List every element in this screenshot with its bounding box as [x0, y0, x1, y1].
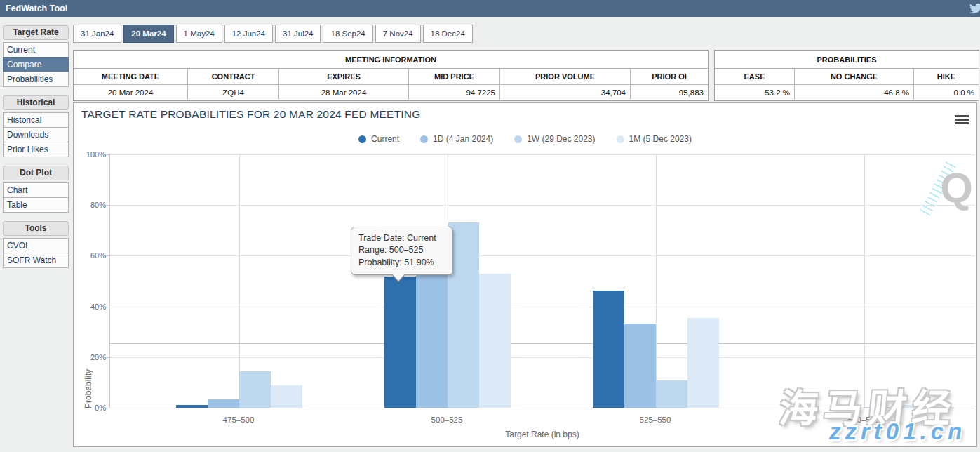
sidebar-item[interactable]: Probabilities: [3, 72, 69, 87]
sidebar-section: ToolsCVOLSOFR Watch: [3, 221, 69, 268]
table-header-cell: HIKE: [914, 69, 979, 85]
tooltip-line: Range: 500–525: [358, 244, 445, 256]
bar-1d-475–500[interactable]: [208, 399, 239, 408]
y-tick-mark: [106, 255, 110, 256]
sidebar-item[interactable]: Prior Hikes: [3, 142, 69, 157]
bar-current-525–550[interactable]: [593, 291, 624, 408]
legend-item[interactable]: 1D (4 Jan 2024): [420, 134, 493, 144]
sidebar-section-header[interactable]: Dot Plot: [3, 166, 69, 180]
chart-tooltip: Trade Date: CurrentRange: 500–525Probabi…: [351, 227, 453, 275]
chart-legend: Current1D (4 Jan 2024)1W (29 Dec 2023)1M…: [74, 134, 976, 144]
legend-label: 1W (29 Dec 2023): [527, 134, 595, 144]
table-value-cell: 0.0 %: [914, 85, 979, 100]
legend-item[interactable]: 1W (29 Dec 2023): [514, 134, 595, 144]
table-header-cell: MEETING DATE: [74, 69, 188, 85]
date-tab[interactable]: 31 Jan24: [73, 25, 121, 43]
sidebar-section-header[interactable]: Target Rate: [3, 25, 69, 40]
tooltip-line: Probability: 51.90%: [358, 257, 445, 269]
bar-1m-500–525[interactable]: [479, 274, 511, 408]
sidebar-item[interactable]: CVOL: [3, 238, 69, 253]
bar-1m-475–500[interactable]: [271, 385, 302, 408]
probabilities-value-row: 53.2 %46.8 %0.0 %: [715, 85, 979, 100]
table-value-cell: 94.7225: [409, 85, 500, 100]
meeting-information-value-row: 20 Mar 2024ZQH428 Mar 202494.722534,7049…: [74, 85, 708, 100]
y-axis-title: Probability: [83, 155, 93, 408]
y-tick-mark: [106, 357, 110, 358]
bar-current-500–525[interactable]: [384, 277, 416, 408]
y-tick-label: 20%: [78, 353, 106, 361]
table-header-cell: PRIOR VOLUME: [500, 69, 631, 85]
sidebar-item[interactable]: Downloads: [3, 127, 69, 142]
legend-item[interactable]: 1M (5 Dec 2023): [617, 134, 692, 144]
quikstrike-q-logo: Q: [919, 159, 979, 219]
date-tabs: 31 Jan2420 Mar241 May2412 Jun2431 Jul241…: [73, 25, 473, 43]
plot-area: 0%20%40%60%80%100%: [109, 155, 975, 408]
y-tick-label: 0%: [78, 404, 106, 412]
x-axis-title: Target Rate (in bps): [472, 430, 612, 439]
date-tab[interactable]: 1 May24: [176, 25, 222, 43]
y-tick-mark: [106, 205, 110, 206]
table-value-cell: 53.2 %: [715, 85, 795, 100]
date-tab[interactable]: 18 Dec24: [423, 25, 473, 43]
bar-1w-525–550[interactable]: [656, 380, 687, 408]
table-header-cell: CONTRACT: [188, 69, 279, 85]
app-title: FedWatch Tool: [6, 4, 67, 13]
sidebar-item[interactable]: Current: [3, 42, 69, 58]
y-tick-label: 80%: [78, 201, 106, 209]
table-value-cell: 46.8 %: [795, 85, 914, 100]
x-category-label: 475–500: [189, 416, 288, 424]
meeting-information-title: MEETING INFORMATION: [74, 51, 708, 69]
hamburger-menu-icon[interactable]: [955, 115, 969, 126]
probabilities-header-row: EASENO CHANGEHIKE: [715, 69, 979, 85]
date-tab[interactable]: 18 Sep24: [323, 25, 372, 43]
sidebar-section: Dot PlotChartTable: [3, 166, 69, 213]
sidebar-item[interactable]: Historical: [3, 112, 69, 128]
table-header-cell: NO CHANGE: [795, 69, 914, 85]
sidebar-section-header[interactable]: Tools: [3, 221, 69, 236]
bar-current-475–500[interactable]: [176, 405, 208, 408]
legend-dot-icon: [617, 135, 624, 143]
sidebar-section: Target RateCurrentCompareProbabilities: [3, 25, 69, 87]
twitter-bird-icon[interactable]: [968, 2, 980, 15]
bar-1d-525–550[interactable]: [624, 324, 656, 408]
sidebar-section-header[interactable]: Historical: [3, 95, 69, 110]
date-tab[interactable]: 12 Jun24: [224, 25, 273, 43]
sidebar-item[interactable]: Table: [3, 197, 69, 213]
bar-1w-475–500[interactable]: [239, 371, 271, 408]
legend-label: Current: [371, 134, 399, 144]
vertical-gridline: [864, 155, 865, 408]
y-tick-mark: [106, 307, 110, 307]
site-watermark-url: zzrt01.cn: [829, 418, 966, 445]
date-tab[interactable]: 7 Nov24: [375, 25, 421, 43]
table-value-cell: 95,883: [631, 85, 708, 100]
vertical-gridline: [239, 155, 240, 408]
legend-item[interactable]: Current: [358, 134, 399, 144]
bar-1d-500–525[interactable]: [416, 275, 448, 408]
y-tick-label: 60%: [78, 251, 106, 260]
table-value-cell: 34,704: [500, 85, 631, 100]
table-header-cell: EASE: [715, 69, 795, 85]
meeting-information-panel: MEETING INFORMATION MEETING DATECONTRACT…: [73, 50, 709, 101]
legend-label: 1M (5 Dec 2023): [629, 134, 692, 144]
table-value-cell: 28 Mar 2024: [279, 85, 409, 100]
q-logo-letter: Q: [940, 164, 973, 212]
legend-dot-icon: [420, 135, 428, 143]
table-header-cell: PRIOR OI: [631, 69, 708, 85]
sidebar-item[interactable]: Chart: [3, 182, 69, 198]
chart-title: TARGET RATE PROBABILITIES FOR 20 MAR 202…: [81, 108, 420, 121]
table-header-cell: MID PRICE: [409, 69, 500, 85]
meeting-information-header-row: MEETING DATECONTRACTEXPIRESMID PRICEPRIO…: [74, 69, 708, 85]
sidebar-section: HistoricalHistoricalDownloadsPrior Hikes: [3, 95, 69, 157]
legend-dot-icon: [514, 135, 522, 143]
table-value-cell: 20 Mar 2024: [74, 85, 188, 100]
y-tick-label: 100%: [78, 150, 106, 159]
sidebar-item[interactable]: SOFR Watch: [3, 253, 69, 268]
tooltip-line: Trade Date: Current: [358, 232, 445, 244]
date-tab[interactable]: 31 Jul24: [275, 25, 321, 43]
date-tab[interactable]: 20 Mar24: [123, 25, 173, 43]
sidebar-item[interactable]: Compare: [3, 57, 69, 72]
x-category-label: 500–525: [398, 416, 496, 424]
y-tick-mark: [106, 408, 110, 408]
bar-1m-525–550[interactable]: [687, 318, 719, 408]
vertical-gridline: [656, 155, 657, 408]
